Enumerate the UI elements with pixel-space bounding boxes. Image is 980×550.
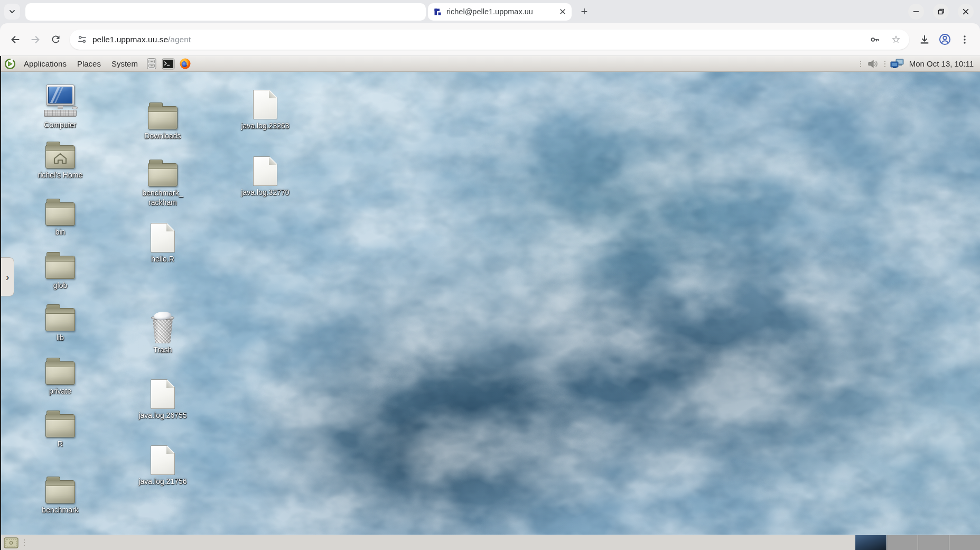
desktop-icon-label: hello.R: [151, 254, 174, 264]
forward-arrow-icon: [30, 34, 41, 45]
forward-button[interactable]: [25, 30, 45, 50]
desktop-icon-label: lib: [57, 333, 64, 342]
folder-icon: [45, 308, 75, 331]
workspace-3[interactable]: [918, 535, 949, 550]
minimize-button[interactable]: [908, 4, 924, 20]
taskbar-left: [1, 535, 29, 550]
house-icon: [52, 152, 68, 164]
desktop-area: Computer richel's Home bin glob lib: [1, 72, 980, 535]
workspace-2[interactable]: [886, 535, 918, 550]
browser-toolbar: pelle1.uppmax.uu.se/agent ☆: [0, 23, 980, 56]
desktop-icon-javalog-23263[interactable]: java.log.23263: [234, 90, 297, 130]
url-host: pelle1.uppmax.uu.se: [92, 35, 168, 44]
new-tab-button[interactable]: +: [576, 3, 593, 20]
desktop-icon-benchmark[interactable]: benchmark: [29, 476, 92, 515]
desktop-icon-label: private: [49, 386, 71, 396]
desktop-icon-label: java.log.23263: [241, 121, 289, 130]
reload-button[interactable]: [45, 30, 66, 50]
desktop-icon-javalog-21756[interactable]: java.log.21756: [131, 445, 194, 486]
workspace-1[interactable]: [855, 535, 886, 550]
desktop-icon-downloads[interactable]: Downloads: [131, 101, 194, 141]
browser-tab-active[interactable]: richel@pelle1.uppmax.uu: [428, 3, 572, 21]
menu-applications[interactable]: Applications: [20, 58, 70, 70]
site-info-icon[interactable]: [77, 34, 87, 44]
firefox-icon[interactable]: [179, 58, 192, 70]
tab-title: richel@pelle1.uppmax.uu: [446, 7, 553, 16]
show-desktop-button[interactable]: [3, 537, 19, 549]
desktop-icon-label: Trash: [153, 345, 172, 355]
chevron-right-icon: ›: [6, 271, 10, 283]
applet-handle: [883, 61, 887, 67]
desktop-icon-label: benchmark: [42, 505, 78, 515]
close-icon: [962, 8, 969, 15]
volume-icon[interactable]: [866, 58, 880, 70]
desktop-icon-label: glob: [53, 281, 67, 290]
taskbar: [1, 535, 980, 550]
chevron-down-icon: [8, 8, 16, 15]
url-text: pelle1.uppmax.uu.se/agent: [92, 35, 191, 44]
panel-clock[interactable]: Mon Oct 13, 10:11: [907, 59, 976, 68]
network-icon[interactable]: [890, 58, 904, 70]
trash-icon: [150, 313, 176, 343]
applet-handle: [858, 61, 863, 67]
main-menu-icon[interactable]: [3, 58, 17, 70]
folder-icon: [45, 361, 75, 385]
menu-system[interactable]: System: [108, 58, 142, 70]
desktop-icon-label: java.log.26755: [138, 411, 186, 420]
document-icon: [151, 379, 175, 409]
thinlinc-favicon-icon: [433, 7, 442, 16]
desktop-icon-private[interactable]: private: [29, 357, 92, 396]
url-path: /agent: [168, 35, 191, 44]
folder-icon: [148, 163, 178, 187]
computer-icon: [43, 85, 78, 118]
downloads-button[interactable]: [914, 30, 935, 50]
desktop-icon-label: benchmark_ rackham: [142, 188, 183, 207]
desktop-icon-label: R: [58, 439, 63, 449]
desktop-icon-javalog-32770[interactable]: java.log.32770: [234, 156, 297, 197]
reload-icon: [50, 34, 61, 45]
key-icon: [869, 34, 881, 45]
desktop-icon-computer[interactable]: Computer: [29, 85, 92, 129]
bookmark-button[interactable]: ☆: [888, 32, 904, 48]
browser-window: richel@pelle1.uppmax.uu +: [0, 0, 980, 550]
back-button[interactable]: [5, 30, 25, 50]
file-manager-icon[interactable]: [145, 58, 158, 70]
desktop-icon-label: java.log.32770: [241, 188, 289, 197]
tab-search-button[interactable]: [4, 4, 20, 20]
desktop-icon-trash[interactable]: Trash: [131, 313, 194, 355]
minimize-icon: [912, 8, 920, 15]
terminal-icon[interactable]: [162, 58, 175, 70]
browser-tabstrip: richel@pelle1.uppmax.uu +: [0, 0, 980, 23]
document-icon: [253, 156, 277, 186]
desktop-icon-r[interactable]: R: [29, 409, 92, 449]
desktop-icon-label: Computer: [44, 120, 76, 129]
menu-places[interactable]: Places: [73, 58, 105, 70]
desktop-icon-glob[interactable]: glob: [29, 251, 92, 290]
plus-icon: +: [581, 6, 588, 17]
desktop-icon-label: bin: [55, 227, 66, 237]
restore-button[interactable]: [933, 4, 949, 20]
desktop-icon-bin[interactable]: bin: [29, 198, 92, 237]
folder-icon: [45, 414, 75, 437]
profile-button[interactable]: [935, 30, 955, 50]
close-window-button[interactable]: [958, 4, 974, 20]
address-bar[interactable]: pelle1.uppmax.uu.se/agent ☆: [70, 30, 909, 50]
desktop-icon-lib[interactable]: lib: [29, 303, 92, 342]
password-manager-button[interactable]: [867, 32, 883, 48]
folder-icon: [45, 480, 75, 504]
blank-tab-area[interactable]: [25, 3, 426, 21]
tab-close-button[interactable]: [557, 6, 568, 17]
desktop-icon-benchmark-rackham[interactable]: benchmark_ rackham: [131, 159, 194, 207]
desktop-icon-hello-r[interactable]: hello.R: [131, 223, 194, 264]
desktop-icon-javalog-26755[interactable]: java.log.26755: [131, 379, 194, 420]
desktop-icon-label: Downloads: [144, 131, 181, 141]
document-icon: [151, 445, 175, 475]
star-icon: ☆: [891, 34, 900, 44]
profile-avatar-icon: [938, 33, 951, 46]
desktop-icon-label: java.log.21756: [138, 477, 186, 486]
desktop-icon-label: richel's Home: [38, 170, 82, 180]
browser-menu-button[interactable]: [955, 30, 975, 50]
desktop-icon-home[interactable]: richel's Home: [29, 141, 92, 180]
workspace-4[interactable]: [949, 535, 980, 550]
thinlinc-sidebar-toggle[interactable]: ›: [1, 257, 14, 296]
